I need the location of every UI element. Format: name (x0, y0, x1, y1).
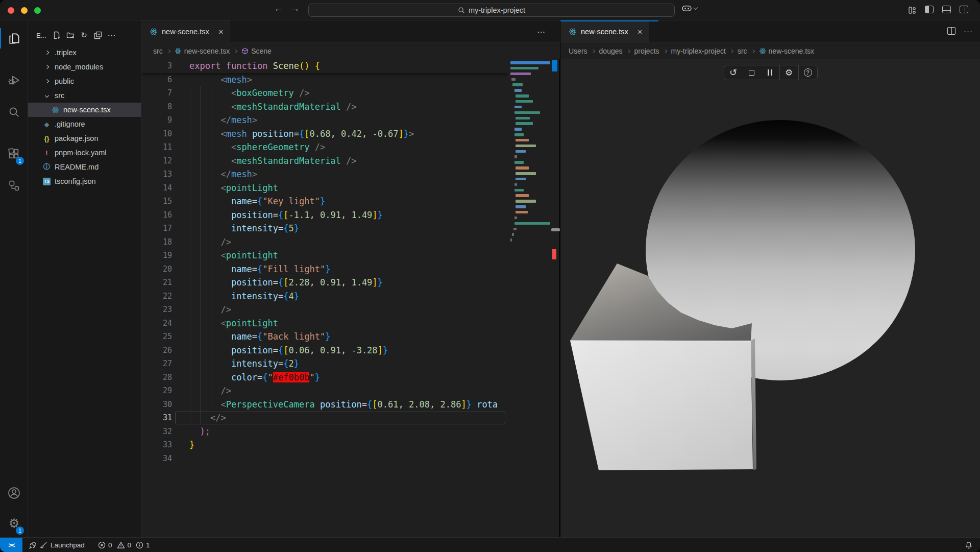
refresh-icon[interactable]: ↻ (80, 31, 89, 40)
code-line-25[interactable]: 25 name={"Back light"} (141, 330, 508, 344)
code-line-8[interactable]: 8 <meshStandardMaterial /> (141, 100, 508, 114)
breadcrumb-item[interactable]: projects (634, 47, 659, 55)
code-line-9[interactable]: 9 </mesh> (141, 113, 508, 127)
code-line-3[interactable]: 3export function Scene() { (141, 59, 508, 73)
breadcrumb-item[interactable]: src (738, 47, 747, 55)
panel-tab-new-scene[interactable]: new-scene.tsx × (560, 20, 649, 43)
sidebar-item-triplex[interactable] (0, 173, 28, 198)
help-button[interactable]: ? (799, 65, 817, 80)
notifications-bell[interactable] (965, 538, 973, 552)
sidebar-item-run-debug[interactable] (0, 68, 28, 92)
tree-item--triplex[interactable]: .triplex (28, 45, 141, 60)
code-line-29[interactable]: 29 /> (141, 384, 508, 398)
sidebar-item-search[interactable] (0, 100, 28, 124)
command-center-search[interactable]: my-triplex-project (308, 4, 675, 17)
3d-scene-viewport[interactable]: ↺ ⚙ ? (560, 59, 980, 537)
new-file-button[interactable] (52, 31, 61, 40)
code-line-19[interactable]: 19 <pointLight (141, 249, 508, 262)
accounts-button[interactable] (0, 481, 28, 505)
new-folder-button[interactable] (66, 31, 75, 40)
overview-ruler[interactable] (551, 59, 560, 537)
minimap-line (516, 205, 526, 208)
frame-scene-button[interactable] (743, 65, 761, 80)
breadcrumb-item[interactable]: Scene (241, 47, 272, 55)
code-line-16[interactable]: 16 position={[-1.1, 0.91, 1.49]} (141, 208, 508, 222)
toggle-primary-sidebar-button[interactable] (925, 6, 934, 15)
code-line-24[interactable]: 24 <pointLight (141, 317, 508, 330)
breadcrumb-item[interactable]: Users (569, 47, 587, 55)
code-line-27[interactable]: 27 intensity={2} (141, 357, 508, 371)
code-line-15[interactable]: 15 name={"Key light"} (141, 195, 508, 208)
code-line-30[interactable]: 30 <PerspectiveCamera position={[0.61, 2… (141, 398, 508, 412)
breadcrumb-item[interactable]: my-triplex-project (671, 47, 726, 55)
code-line-6[interactable]: 6 <mesh> (141, 73, 508, 87)
tab-bar-more-icon[interactable]: ⋯ (537, 27, 546, 37)
tree-item-README-md[interactable]: ⓘREADME.md (28, 160, 141, 174)
zoom-window-button[interactable] (34, 7, 41, 14)
breadcrumb-item[interactable]: douges (599, 47, 623, 55)
code-line-11[interactable]: 11 <sphereGeometry /> (141, 140, 508, 154)
chevron-right-icon (42, 77, 51, 86)
tree-item-tsconfig-json[interactable]: TStsconfig.json (28, 174, 141, 188)
forward-icon[interactable]: → (288, 3, 302, 14)
code-line-14[interactable]: 14 <pointLight (141, 181, 508, 195)
back-icon[interactable]: ← (272, 3, 285, 14)
breadcrumb-item[interactable]: new-scene.tsx (759, 47, 814, 55)
copilot-menu[interactable] (682, 5, 697, 12)
minimap-line (514, 89, 522, 92)
sidebar-item-extensions[interactable]: 1 (0, 141, 28, 166)
tree-item-package-json[interactable]: {}package.json (28, 131, 141, 146)
minimap[interactable] (508, 59, 551, 537)
minimap-line (510, 238, 512, 242)
sidebar-item-explorer[interactable] (0, 26, 28, 51)
code-line-26[interactable]: 26 position={[0.06, 0.91, -3.28]} (141, 344, 508, 357)
code-line-13[interactable]: 13 </mesh> (141, 167, 508, 181)
tree-item-pnpm-lock-yaml[interactable]: !pnpm-lock.yaml (28, 146, 141, 160)
undo-button[interactable]: ↺ (724, 65, 743, 80)
more-actions-icon[interactable]: ··· (964, 27, 973, 35)
tree-item-node-modules[interactable]: node_modules (28, 60, 141, 74)
minimap-line (516, 122, 533, 125)
remote-indicator[interactable]: >< (0, 538, 22, 552)
close-icon[interactable]: × (218, 28, 224, 36)
breadcrumb-item[interactable]: src (153, 47, 163, 55)
code-line-7[interactable]: 7 <boxGeometry /> (141, 86, 508, 100)
toggle-secondary-sidebar-button[interactable] (960, 6, 969, 15)
breadcrumb-item[interactable]: new-scene.tsx (175, 47, 230, 55)
code-line-21[interactable]: 21 position={[2.28, 0.91, 1.49]} (141, 276, 508, 290)
customize-layout-button[interactable] (908, 6, 917, 15)
code-line-18[interactable]: 18 /> (141, 235, 508, 249)
close-icon[interactable]: × (638, 28, 643, 36)
settings-button[interactable]: ⚙ 1 (0, 511, 28, 536)
code-line-34[interactable]: 34 (141, 452, 508, 466)
code-line-22[interactable]: 22 intensity={4} (141, 290, 508, 303)
scene-settings-button[interactable]: ⚙ (780, 65, 798, 80)
minimize-window-button[interactable] (21, 7, 28, 14)
sticky-scroll-line[interactable]: 3export function Scene() { (141, 59, 508, 73)
tab-new-scene[interactable]: new-scene.tsx × (141, 20, 230, 43)
code-line-23[interactable]: 23 /> (141, 303, 508, 317)
code-line-10[interactable]: 10 <mesh position={[0.68, 0.42, -0.67]}> (141, 127, 508, 141)
tree-item--gitignore[interactable]: ◆.gitignore (28, 117, 141, 131)
collapse-folders-button[interactable] (93, 31, 103, 40)
code-line-17[interactable]: 17 intensity={5} (141, 222, 508, 235)
tree-item-new-scene-tsx[interactable]: new-scene.tsx (28, 103, 141, 117)
pause-button[interactable] (761, 65, 779, 80)
code-line-12[interactable]: 12 <meshStandardMaterial /> (141, 154, 508, 168)
tree-item-src[interactable]: src (28, 88, 141, 103)
problems-status-item[interactable]: 0 0 1 (98, 538, 150, 552)
split-editor-icon[interactable] (947, 27, 955, 35)
more-actions-icon[interactable]: ⋯ (107, 31, 116, 40)
code-line-31[interactable]: 31 </> (141, 411, 508, 425)
split-sash-handle[interactable] (551, 228, 560, 231)
code-editor[interactable]: 3export function Scene() { 6 <mesh>7 <bo… (141, 59, 508, 537)
code-line-28[interactable]: 28 color={"#ef0b0b"} (141, 371, 508, 385)
toggle-panel-button[interactable] (942, 6, 951, 15)
close-window-button[interactable] (8, 7, 14, 14)
code-line-32[interactable]: 32 ); (141, 425, 508, 439)
chevron-down-icon (694, 6, 698, 10)
launchpad-status-item[interactable]: Launchpad (29, 538, 85, 552)
tree-item-public[interactable]: public (28, 74, 141, 88)
code-line-33[interactable]: 33} (141, 438, 508, 452)
code-line-20[interactable]: 20 name={"Fill light"} (141, 262, 508, 276)
